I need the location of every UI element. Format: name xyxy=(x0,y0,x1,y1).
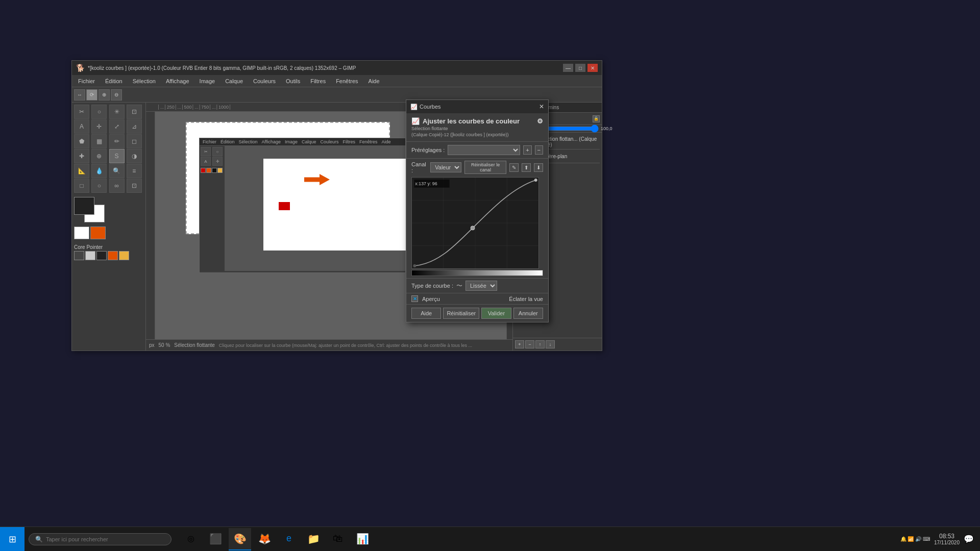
emb-menu-aide[interactable]: Aide xyxy=(382,139,391,144)
emb-menu-filtres[interactable]: Filtres xyxy=(343,139,356,144)
tool-smudge[interactable]: S xyxy=(109,149,125,163)
menu-couleurs[interactable]: Couleurs xyxy=(251,77,278,85)
curves-valider-btn[interactable]: Valider xyxy=(481,308,511,319)
presets-select[interactable] xyxy=(448,145,520,155)
taskbar-taskview[interactable]: ⬛ xyxy=(204,528,227,550)
curves-reinitialiser-btn[interactable]: Réinitialiser xyxy=(443,308,479,319)
curve-type-select[interactable]: Lissée xyxy=(465,281,497,291)
tool-fuzzy[interactable]: ✳ xyxy=(109,105,125,119)
tool-free[interactable]: ∞ xyxy=(109,179,125,193)
apercu-label: Aperçu xyxy=(422,296,440,302)
emb-tool-4[interactable]: ✛ xyxy=(212,157,223,166)
tool-shear[interactable]: ⊿ xyxy=(127,119,142,134)
svg-text:x:137 y: 96: x:137 y: 96 xyxy=(415,181,437,186)
curves-annuler-btn[interactable]: Annuler xyxy=(513,308,543,319)
taskbar-notification-icon[interactable]: 💬 xyxy=(964,534,974,544)
presets-remove-btn[interactable]: − xyxy=(535,145,543,155)
curves-settings-icon[interactable]: ⚙ xyxy=(537,117,543,125)
layer-lock-icon[interactable]: 🔒 xyxy=(593,115,600,122)
menu-filtres[interactable]: Filtres xyxy=(308,77,328,85)
tool-pencil[interactable]: ✏ xyxy=(109,134,125,148)
channel-edit-btn[interactable]: ✎ xyxy=(509,163,519,172)
taskbar-edge[interactable]: e xyxy=(278,528,300,550)
emb-menu-calque[interactable]: Calque xyxy=(302,139,316,144)
tool-ellipse[interactable]: ○ xyxy=(91,179,107,193)
menu-edition[interactable]: Édition xyxy=(103,77,125,85)
tool-gradient[interactable]: ▦ xyxy=(91,134,107,148)
fg-swatch[interactable] xyxy=(74,227,89,239)
tool-colorpicker[interactable]: 💧 xyxy=(91,164,107,178)
menu-outils[interactable]: Outils xyxy=(284,77,302,85)
emb-menu-selection[interactable]: Sélection xyxy=(239,139,258,144)
taskbar-app7[interactable]: 📊 xyxy=(351,528,374,550)
menu-fenetres[interactable]: Fenêtres xyxy=(334,77,360,85)
toolbar-btn-1[interactable]: ↔ xyxy=(74,89,85,101)
layer-up-btn[interactable]: ↑ xyxy=(535,340,545,348)
emb-tool-2[interactable]: ○ xyxy=(212,147,223,156)
menu-affichage[interactable]: Affichage xyxy=(164,77,191,85)
swatch-lightgray xyxy=(85,251,95,260)
foreground-color[interactable] xyxy=(74,197,94,215)
apercu-checkbox[interactable]: ✕ xyxy=(411,295,418,302)
taskbar-search-box[interactable]: 🔍 xyxy=(29,533,172,545)
emb-menu-edition[interactable]: Édition xyxy=(220,139,235,144)
tool-heal[interactable]: ✚ xyxy=(74,149,89,163)
swatch-dark xyxy=(96,251,107,260)
tool-paintbucket[interactable]: ⬟ xyxy=(74,134,89,148)
tool-eraser[interactable]: ◻ xyxy=(127,134,142,148)
curves-graph-container[interactable]: x:137 y: 96 xyxy=(411,177,539,269)
search-input[interactable] xyxy=(46,536,158,542)
menu-calque[interactable]: Calque xyxy=(223,77,245,85)
tool-dodge[interactable]: ◑ xyxy=(127,149,142,163)
taskbar-store[interactable]: 🛍 xyxy=(327,528,349,550)
menu-fichier[interactable]: Fichier xyxy=(76,77,97,85)
tool-align[interactable]: ≡ xyxy=(127,164,142,178)
toolbar-btn-3[interactable]: ⊕ xyxy=(99,89,110,101)
tool-scale[interactable]: ⤢ xyxy=(109,119,125,134)
emb-tool-1[interactable]: ✂ xyxy=(201,147,211,156)
taskbar-firefox[interactable]: 🦊 xyxy=(253,528,276,550)
tool-scissors[interactable]: ✂ xyxy=(74,105,89,119)
emb-menu-image[interactable]: Image xyxy=(285,139,298,144)
layer-down-btn[interactable]: ↓ xyxy=(546,340,555,348)
toolbar-btn-4[interactable]: ⊖ xyxy=(111,89,122,101)
emb-tool-3[interactable]: A xyxy=(201,157,211,166)
emb-menu-affichage[interactable]: Affichage xyxy=(262,139,281,144)
channel-select[interactable]: Valeur xyxy=(430,162,461,172)
emb-menu-fenetres[interactable]: Fenêtres xyxy=(359,139,378,144)
taskbar-gimp[interactable]: 🎨 xyxy=(229,528,251,550)
presets-add-btn[interactable]: + xyxy=(523,145,531,155)
reset-channel-btn[interactable]: Réinitialiser le canal xyxy=(464,161,506,174)
bg-swatch[interactable] xyxy=(90,227,106,239)
tool-measure[interactable]: 📐 xyxy=(74,164,89,178)
emb-menu-fichier[interactable]: Fichier xyxy=(203,139,216,144)
tool-crop[interactable]: ⊡ xyxy=(127,105,142,119)
taskbar-cortana[interactable]: ◎ xyxy=(180,528,202,550)
channel-export-btn[interactable]: ⬆ xyxy=(522,163,531,172)
channel-import-btn[interactable]: ⬇ xyxy=(534,163,543,172)
tool-text[interactable]: A xyxy=(74,119,89,134)
start-button[interactable]: ⊞ xyxy=(0,527,24,552)
menu-image[interactable]: Image xyxy=(198,77,217,85)
menu-aide[interactable]: Aide xyxy=(366,77,382,85)
layer-add-btn[interactable]: + xyxy=(515,340,524,348)
tool-foreground-select[interactable]: ⊡ xyxy=(127,179,142,193)
tool-clone[interactable]: ⊕ xyxy=(91,149,107,163)
tool-rect[interactable]: □ xyxy=(74,179,89,193)
curves-close-btn[interactable]: ✕ xyxy=(539,103,544,110)
emb-menu-couleurs[interactable]: Couleurs xyxy=(321,139,339,144)
tool-lasso[interactable]: ○ xyxy=(91,105,107,119)
toolbar-btn-2[interactable]: ⟳ xyxy=(86,89,97,101)
tool-move[interactable]: ✛ xyxy=(91,119,107,134)
curves-aide-btn[interactable]: Aide xyxy=(411,308,441,319)
curves-header: 📈 Ajuster les courbes de couleur ⚙ Sélec… xyxy=(406,113,548,142)
close-button[interactable]: ✕ xyxy=(587,64,598,72)
emb-pal-red xyxy=(201,168,206,173)
tool-zoom[interactable]: 🔍 xyxy=(109,164,125,178)
eclater-btn[interactable]: Éclater la vue xyxy=(509,296,543,302)
taskbar-files[interactable]: 📁 xyxy=(302,528,325,550)
minimize-button[interactable]: — xyxy=(563,64,573,72)
maximize-button[interactable]: □ xyxy=(575,64,585,72)
menu-selection[interactable]: Sélection xyxy=(131,77,158,85)
layer-remove-btn[interactable]: − xyxy=(525,340,534,348)
